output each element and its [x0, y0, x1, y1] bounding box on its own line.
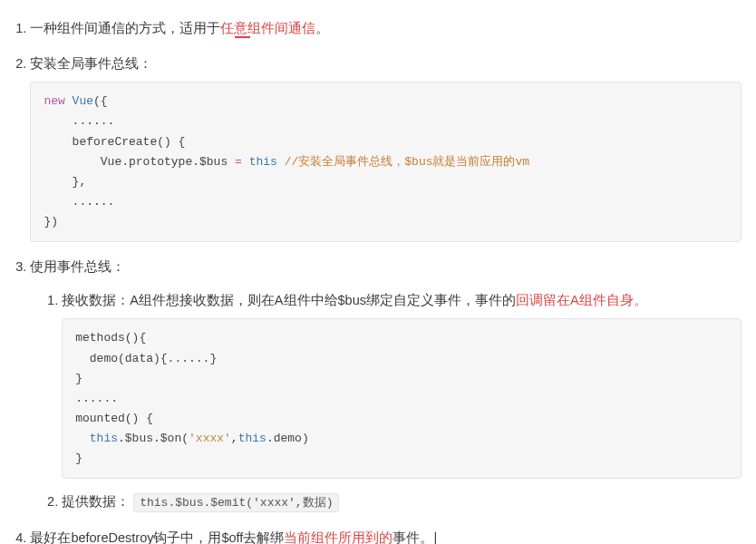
sub-item-2: 提供数据： this.$bus.$emit('xxxx',数据) [62, 491, 741, 513]
inline-code: this.$bus.$emit('xxxx',数据) [133, 493, 339, 512]
item-3: 使用事件总线： 接收数据：A组件想接收数据，则在A组件中给$bus绑定自定义事件… [30, 257, 741, 513]
item-2-text: 安装全局事件总线： [30, 56, 152, 71]
item-4-prefix: 最好在beforeDestroy钩子中，用$off去解绑 [30, 530, 284, 544]
sub-item-1: 接收数据：A组件想接收数据，则在A组件中给$bus绑定自定义事件，事件的回调留在… [62, 290, 741, 479]
item-2: 安装全局事件总线： new Vue({ ...... beforeCreate(… [30, 53, 741, 242]
sub2-label: 提供数据： [62, 494, 130, 509]
item-1: 一种组件间通信的方式，适用于任意组件间通信。 [30, 18, 741, 39]
item-4-suffix: 事件。| [393, 530, 437, 544]
item-4-highlight: 当前组件所用到的 [284, 530, 393, 544]
item-1-suffix: 。 [315, 21, 329, 35]
sub-list: 接收数据：A组件想接收数据，则在A组件中给$bus绑定自定义事件，事件的回调留在… [30, 290, 741, 513]
code-block-1: new Vue({ ...... beforeCreate() { Vue.pr… [30, 82, 741, 242]
item-3-text: 使用事件总线： [30, 259, 125, 274]
item-1-highlight: 任意组件间通信 [220, 21, 315, 35]
sub1-prefix: 接收数据：A组件想接收数据，则在A组件中给$bus绑定自定义事件，事件的 [62, 293, 516, 307]
item-1-prefix: 一种组件间通信的方式，适用于 [30, 21, 220, 35]
item-4: 最好在beforeDestroy钩子中，用$off去解绑当前组件所用到的事件。| [30, 528, 741, 544]
sub1-highlight: 回调留在A组件自身。 [516, 293, 647, 307]
document-list: 一种组件间通信的方式，适用于任意组件间通信。 安装全局事件总线： new Vue… [15, 18, 741, 544]
code-block-2: methods(){ demo(data){......} } ...... m… [62, 318, 741, 479]
